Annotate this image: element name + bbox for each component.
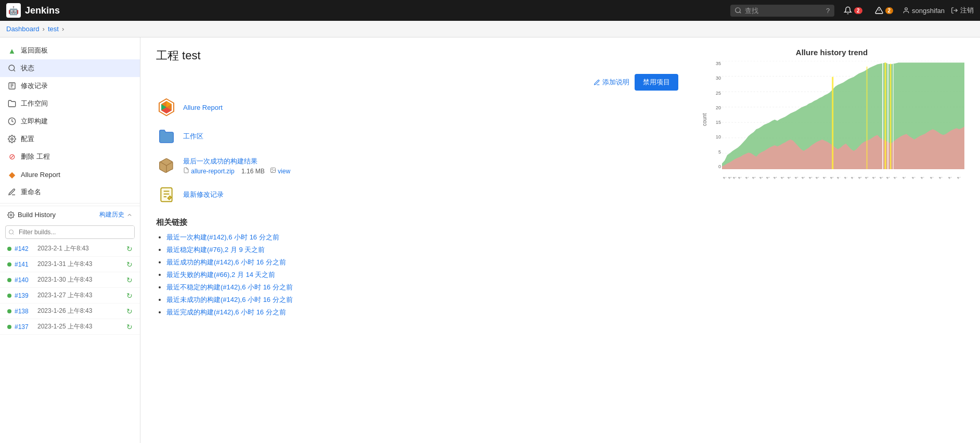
search-box: ? [730, 5, 834, 17]
view-link[interactable]: view [278, 168, 290, 175]
build-list-item[interactable]: #140 2023-1-30 上午8:43 ↻ [0, 272, 140, 288]
main-layout: ▲ 返回面板 状态 修改记录 工作空间 立即构建 [0, 37, 980, 443]
svg-point-0 [736, 8, 740, 12]
jenkins-logo-icon: 🤖 [6, 3, 21, 18]
build-status-dot [7, 262, 11, 267]
jenkins-logo[interactable]: 🤖 Jenkins [6, 3, 60, 18]
sidebar-label-back: 返回面板 [21, 46, 48, 55]
sidebar-item-changelog[interactable]: 修改记录 [0, 77, 140, 95]
x-axis-labels: #1 #5 #9 #13 #17 #21 #23 #25 #27 #29 #31… [722, 177, 964, 181]
sidebar-item-status[interactable]: 状态 [0, 59, 140, 77]
sidebar-item-configure[interactable]: 配置 [0, 130, 140, 148]
related-link[interactable]: 最近完成的构建(#142),6 小时 16 分之前 [166, 308, 286, 316]
related-link[interactable]: 最近一次构建(#142),6 小时 16 分之前 [166, 233, 279, 241]
last-build-info: 最后一次成功的构建结果 allure-report.zip 1.16 MB vi… [183, 157, 290, 175]
svg-point-9 [10, 214, 12, 216]
username: songshifan [912, 7, 945, 15]
related-link[interactable]: 最近失败的构建(#66),2 月 14 天之前 [166, 271, 276, 279]
bell-icon [844, 6, 852, 15]
disable-project-button[interactable]: 禁用项目 [635, 74, 678, 91]
add-description-label: 添加说明 [602, 78, 629, 87]
related-link-item: 最近未成功的构建(#142),6 小时 16 分之前 [166, 295, 678, 305]
warnings-badge: 2 [885, 7, 894, 14]
warnings-button[interactable]: 2 [872, 4, 897, 17]
breadcrumb-test[interactable]: test [48, 25, 59, 33]
box-icon-wrap [156, 155, 177, 176]
related-link[interactable]: 最近未成功的构建(#142),6 小时 16 分之前 [166, 296, 293, 303]
build-date: 2023-1-30 上午8:43 [37, 275, 123, 284]
edit-icon-wrap [156, 184, 177, 205]
rename-icon [7, 187, 17, 197]
sidebar-item-build-now[interactable]: 立即构建 [0, 112, 140, 130]
build-number-link[interactable]: #138 [15, 308, 34, 315]
build-date: 2023-2-1 上午8:43 [37, 244, 123, 253]
build-history-header: Build History 构建历史 [0, 206, 140, 223]
build-running-icon: ↻ [126, 245, 133, 253]
related-link-item: 最近一次构建(#142),6 小时 16 分之前 [166, 233, 678, 242]
chevron-up-icon[interactable] [126, 212, 133, 218]
build-list-item[interactable]: #141 2023-1-31 上午8:43 ↻ [0, 257, 140, 272]
svg-rect-19 [161, 188, 172, 202]
sidebar-item-delete[interactable]: ⊘ 删除 工程 [0, 148, 140, 166]
related-link-item: 最近不稳定的构建(#142),6 小时 16 分之前 [166, 283, 678, 292]
logout-button[interactable]: 注销 [951, 6, 974, 15]
build-number-link[interactable]: #137 [15, 323, 34, 331]
build-number-link[interactable]: #140 [15, 276, 34, 284]
user-info: songshifan [902, 7, 945, 15]
notifications-button[interactable]: 2 [841, 4, 866, 17]
action-bar: 添加说明 禁用项目 [156, 74, 678, 91]
build-date: 2023-1-27 上午8:43 [37, 291, 123, 300]
delete-icon: ⊘ [7, 152, 17, 161]
user-icon [902, 7, 910, 14]
svg-point-10 [9, 230, 14, 234]
add-description-button[interactable]: 添加说明 [594, 74, 629, 91]
app-name: Jenkins [25, 5, 60, 16]
notifications-badge: 2 [854, 7, 862, 14]
sidebar-item-allure[interactable]: ◆ Allure Report [0, 166, 140, 183]
notepad-icon [158, 186, 175, 203]
warning-icon [875, 6, 883, 15]
build-number-link[interactable]: #139 [15, 292, 34, 299]
allure-report-link[interactable]: Allure Report [183, 104, 223, 111]
sidebar-item-back-dashboard[interactable]: ▲ 返回面板 [0, 42, 140, 59]
build-date: 2023-1-26 上午8:43 [37, 307, 123, 315]
build-history-label: Build History [18, 211, 56, 219]
build-number-link[interactable]: #141 [15, 261, 34, 268]
img-icon [270, 167, 276, 173]
build-list: #142 2023-2-1 上午8:43 ↻ #141 2023-1-31 上午… [0, 241, 140, 335]
zip-link[interactable]: allure-report.zip [191, 168, 234, 175]
related-link[interactable]: 最近不稳定的构建(#142),6 小时 16 分之前 [166, 283, 293, 291]
build-date: 2023-1-25 上午8:43 [37, 322, 123, 331]
build-number-link[interactable]: #142 [15, 245, 34, 252]
help-icon[interactable]: ? [826, 7, 830, 15]
related-link[interactable]: 最近成功的构建(#142),6 小时 16 分之前 [166, 258, 286, 266]
build-list-item[interactable]: #137 2023-1-25 上午8:43 ↻ [0, 319, 140, 335]
build-list-item[interactable]: #138 2023-1-26 上午8:43 ↻ [0, 303, 140, 319]
breadcrumb: Dashboard › test › [0, 21, 980, 37]
sidebar-label-changelog: 修改记录 [21, 81, 48, 91]
search-input[interactable] [745, 7, 823, 15]
build-status-dot [7, 278, 11, 282]
chart-area: Allure history trend count 35 30 25 20 1… [689, 48, 964, 181]
links-grid: Allure Report 工作区 [156, 97, 678, 205]
top-navigation: 🤖 Jenkins ? 2 2 songshifan 注销 [0, 0, 980, 21]
workspace-link[interactable]: 工作区 [183, 132, 203, 141]
build-list-item[interactable]: #139 2023-1-27 上午8:43 ↻ [0, 288, 140, 303]
svg-point-3 [905, 8, 908, 10]
last-build-link[interactable]: 最后一次成功的构建结果 [183, 157, 257, 165]
related-link-item: 最近失败的构建(#66),2 月 14 天之前 [166, 270, 678, 280]
build-status-dot [7, 325, 11, 329]
sidebar-item-rename[interactable]: 重命名 [0, 183, 140, 201]
svg-point-5 [9, 65, 15, 71]
related-link[interactable]: 最近稳定构建(#76),2 月 9 天之前 [166, 246, 265, 254]
build-status-dot [7, 294, 11, 298]
sidebar-item-workspace[interactable]: 工作空间 [0, 95, 140, 112]
filter-builds-input[interactable] [15, 226, 134, 238]
breadcrumb-dashboard[interactable]: Dashboard [6, 25, 40, 33]
link-allure-report: Allure Report [156, 97, 678, 118]
related-link-item: 最近完成的构建(#142),6 小时 16 分之前 [166, 308, 678, 317]
build-list-item[interactable]: #142 2023-2-1 上午8:43 ↻ [0, 241, 140, 257]
related-link-item: 最近成功的构建(#142),6 小时 16 分之前 [166, 258, 678, 267]
y-ticks: 35 30 25 20 15 10 5 0 [708, 61, 721, 169]
latest-change-link[interactable]: 最新修改记录 [183, 190, 224, 199]
